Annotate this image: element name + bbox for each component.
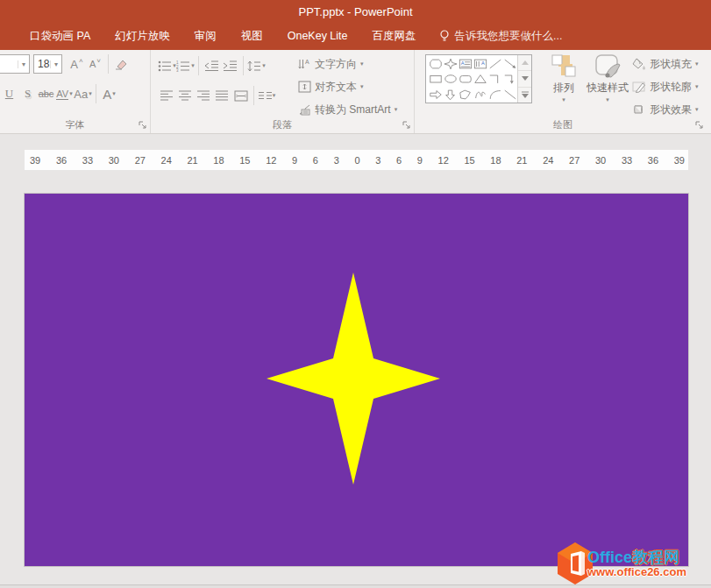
- svg-text:3: 3: [176, 68, 179, 72]
- shape-outline-button[interactable]: 形状轮廓▾: [632, 75, 699, 98]
- text-shadow-button[interactable]: S: [18, 83, 37, 104]
- clear-formatting-button[interactable]: [112, 53, 131, 74]
- ruler-number: 39: [30, 155, 40, 166]
- right-arrow-icon[interactable]: [428, 87, 443, 103]
- numbering-button[interactable]: 123 ▾: [176, 55, 195, 76]
- font-name-combobox[interactable]: ▾: [0, 54, 30, 74]
- gallery-more-button[interactable]: [518, 88, 531, 103]
- ribbon-tab-0[interactable]: 口袋动画 PA: [18, 23, 103, 50]
- character-spacing-button[interactable]: AV▾: [55, 83, 74, 104]
- font-group: ▾ 18 ▾ A˄ A˅: [0, 50, 151, 133]
- justify-button[interactable]: [213, 85, 231, 106]
- tell-me-box[interactable]: 告诉我您想要做什么...: [439, 29, 563, 44]
- ruler-number: 0: [354, 155, 359, 166]
- ruler-number: 27: [135, 155, 146, 166]
- paragraph-dialog-launcher-icon[interactable]: [402, 121, 411, 130]
- arrange-button[interactable]: 排列 ▾: [544, 53, 583, 103]
- chevron-down-icon[interactable]: ▾: [50, 60, 61, 68]
- drawing-dialog-launcher-icon[interactable]: [695, 121, 704, 130]
- site-name: Office教程网: [587, 549, 686, 566]
- ruler-number: 36: [648, 155, 658, 166]
- ruler-number: 21: [187, 155, 197, 166]
- gallery-scroll-up-button[interactable]: [518, 55, 531, 71]
- arc-icon[interactable]: [487, 87, 502, 103]
- status-bar-edge: [0, 584, 711, 588]
- increase-indent-icon: [223, 60, 238, 71]
- quick-styles-icon: [594, 53, 622, 80]
- gallery-scroll-down-button[interactable]: [518, 71, 531, 87]
- divider: [253, 86, 254, 105]
- columns-button[interactable]: ▾: [258, 85, 276, 106]
- align-right-button[interactable]: [195, 85, 213, 106]
- quick-styles-button[interactable]: 快速样式 ▾: [583, 53, 632, 103]
- ribbon-tab-3[interactable]: 视图: [229, 23, 275, 50]
- smartart-icon: [298, 103, 311, 116]
- shape-fill-button[interactable]: 形状填充▾: [632, 53, 699, 75]
- more-shapes-icon: [522, 91, 529, 98]
- elbow-connector-icon[interactable]: [487, 72, 502, 88]
- justify-icon: [216, 90, 229, 101]
- font-color-button[interactable]: A▾: [100, 83, 118, 104]
- scribble-icon[interactable]: [473, 87, 487, 103]
- ruler-number: 6: [396, 155, 402, 166]
- arrow-line-icon[interactable]: [502, 56, 517, 72]
- star-4-icon[interactable]: [443, 56, 458, 72]
- slide-canvas[interactable]: [25, 194, 688, 566]
- font-size-combobox[interactable]: 18 ▾: [33, 54, 62, 74]
- elbow-arrow-connector-icon[interactable]: [502, 72, 517, 88]
- rounded-rectangle-icon[interactable]: [458, 72, 473, 88]
- ribbon-tab-4[interactable]: OneKey Lite: [275, 23, 360, 50]
- distribute-text-button[interactable]: [231, 85, 250, 106]
- ruler-number: 12: [438, 155, 449, 166]
- increase-font-size-button[interactable]: A˄: [68, 53, 86, 74]
- window-title: PPT.pptx - PowerPoint: [298, 5, 412, 18]
- plaque-shape-icon[interactable]: [428, 56, 443, 72]
- ruler-number: 3: [334, 155, 339, 166]
- align-text-button[interactable]: 对齐文本▾: [298, 75, 397, 98]
- title-bar: PPT.pptx - PowerPoint: [0, 0, 711, 23]
- decrease-font-size-button[interactable]: A˅: [86, 53, 104, 74]
- line-spacing-button[interactable]: ▾: [247, 55, 266, 76]
- ribbon-tab-5[interactable]: 百度网盘: [360, 23, 429, 50]
- paragraph-group-label: 段落: [151, 118, 414, 131]
- freeform-icon[interactable]: [458, 87, 473, 103]
- rectangle-icon[interactable]: [428, 72, 443, 88]
- oval-icon[interactable]: [443, 72, 458, 88]
- star-4-point-shape[interactable]: [266, 272, 441, 485]
- site-url: www.office26.com: [587, 566, 686, 578]
- align-center-button[interactable]: [176, 85, 195, 106]
- triangle-icon[interactable]: [473, 72, 487, 88]
- triangle-up-icon: [522, 60, 529, 65]
- line-spacing-icon: [247, 60, 261, 72]
- chevron-down-icon[interactable]: ▾: [18, 60, 29, 68]
- strikethrough-button[interactable]: abc: [37, 83, 55, 104]
- ruler-number: 33: [622, 155, 632, 166]
- horizontal-ruler[interactable]: 3936333027242118151296303691215182124273…: [25, 150, 688, 170]
- vertical-text-box-icon[interactable]: A: [473, 56, 487, 72]
- ruler-number: 30: [595, 155, 606, 166]
- text-direction-button[interactable]: A 文字方向▾: [298, 53, 397, 75]
- ruler-number: 9: [292, 155, 297, 166]
- watermark-text: Office教程网 www.office26.com: [587, 549, 686, 578]
- ruler-number: 18: [490, 155, 501, 166]
- down-arrow-icon[interactable]: [443, 87, 458, 103]
- font-dialog-launcher-icon[interactable]: [139, 121, 147, 130]
- ribbon-tab-2[interactable]: 审阅: [182, 23, 229, 50]
- ribbon-tab-1[interactable]: 幻灯片放映: [103, 23, 182, 50]
- text-direction-icon: A: [298, 58, 311, 70]
- ruler-number: 39: [674, 155, 685, 166]
- text-box-icon[interactable]: A: [458, 56, 473, 72]
- increase-indent-button[interactable]: [221, 55, 239, 76]
- ribbon-tab-bar: 口袋动画 PA幻灯片放映审阅视图OneKey Lite百度网盘 告诉我您想要做什…: [0, 23, 711, 50]
- decrease-indent-button[interactable]: [203, 55, 221, 76]
- diagonal-line-icon[interactable]: [502, 87, 517, 103]
- change-case-button[interactable]: Aa▾: [74, 83, 92, 104]
- svg-text:A: A: [305, 59, 309, 65]
- ruler-number: 24: [543, 155, 553, 166]
- underline-button[interactable]: U: [0, 83, 18, 104]
- align-left-button[interactable]: [158, 85, 176, 106]
- ruler-number: 15: [239, 155, 250, 166]
- numbered-list-icon: 123: [176, 60, 190, 72]
- bullets-button[interactable]: ▾: [158, 55, 176, 76]
- line-icon[interactable]: [487, 56, 502, 72]
